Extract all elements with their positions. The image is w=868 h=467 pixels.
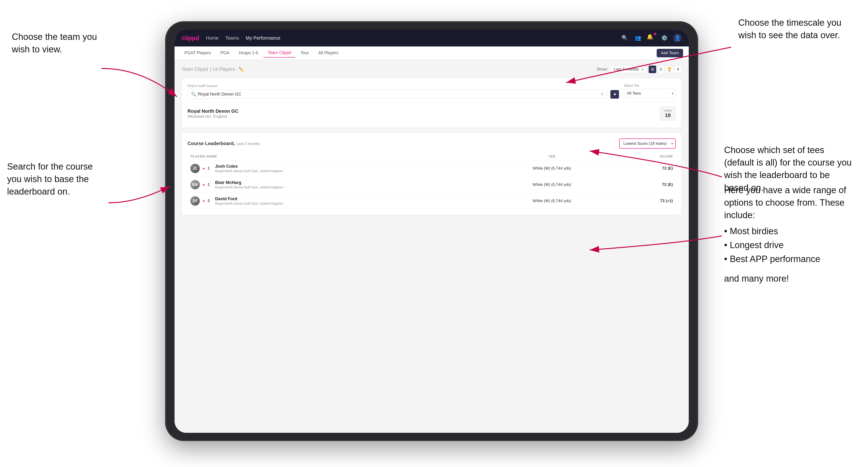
nav-bar: clippd Home Teams My Performance 🔍 👥 🔔 ⚙… [175,30,689,46]
nav-teams[interactable]: Teams [225,35,239,41]
player-rank-2: 1 [208,182,212,187]
favorite-heart-1[interactable]: ♥ [203,166,205,170]
sub-nav-hcaps[interactable]: Hcaps 1-5 [235,49,262,57]
list-view-button[interactable]: ☰ [657,66,665,73]
annotation-top-left: Choose the team you wish to view. [12,31,101,56]
player-info-3: David Ford Royal North Devon Golf Club, … [215,196,283,206]
course-result-info: Royal North Devon GC Westward Ho!, Engla… [187,108,239,119]
tee-select-label: Select Tee [624,84,676,88]
favorite-heart-3[interactable]: ♥ [203,199,205,203]
search-icon: 🔍 [191,92,196,97]
leaderboard-card: Course Leaderboard, Last 3 months Lowest… [182,132,682,215]
score-col-header: SCORE [619,152,676,160]
annotation-bottom-right: Here you have a wide range of options to… [724,184,856,285]
course-search-input-wrap: 🔍 ✕ [187,90,607,99]
player-club-3: Royal North Devon Golf Club, United King… [215,201,283,206]
search-icon-button[interactable]: 🔍 [620,34,629,42]
team-title: Team Clippd | 14 Players [182,66,235,72]
tablet-device: clippd Home Teams My Performance 🔍 👥 🔔 ⚙… [165,21,698,441]
player-info-2: Blair McHarg Royal North Devon Golf Club… [215,180,283,189]
course-name: Royal North Devon GC [187,108,239,114]
favorite-button[interactable]: ★ [610,90,619,99]
table-row: JC ♥ 1 Josh Coles Royal North Devon Golf… [187,160,676,177]
annotation-and-more: and many more! [724,272,856,285]
user-avatar-button[interactable]: 👤 [673,34,682,42]
clear-search-button[interactable]: ✕ [600,92,604,97]
holes-label: Holes [664,109,672,112]
player-cell-1: JC ♥ 1 Josh Coles Royal North Devon Golf… [187,160,485,177]
view-icons: ⊞ ☰ 🏆 ⬇ [649,66,682,73]
nav-links: Home Teams My Performance [206,35,613,41]
annotation-top-right: Choose the timescale you wish to see the… [738,17,856,41]
player-cell-3: DF ♥ 3 David Ford Royal North Devon Golf… [187,193,485,209]
player-name-3: David Ford [215,196,283,201]
player-name-2: Blair McHarg [215,180,283,185]
player-avatar-2: BM [190,180,200,189]
player-name-col-header: PLAYER NAME [187,152,485,160]
player-score-2: 72 (E) [619,177,676,193]
sub-nav-pga[interactable]: PGA [216,49,234,57]
table-row: DF ♥ 3 David Ford Royal North Devon Golf… [187,193,676,209]
annotation-list: Most birdies Longest drive Best APP perf… [724,225,856,266]
tee-select[interactable]: All Tees White (M) Yellow (M) Red (L) [624,89,676,98]
annotation-item-3: Best APP performance [724,253,856,266]
holes-badge: Holes 18 [660,106,676,121]
bell-icon-button[interactable]: 🔔 [647,34,655,42]
player-tee-1: White (M) (6,744 yds) [485,160,619,177]
score-type-select[interactable]: Lowest Score (18 holes) Most Birdies Lon… [619,138,676,149]
player-avatar-1: JC [190,164,200,173]
notification-dot [654,33,656,35]
annotation-item-1: Most birdies [724,225,856,238]
leaderboard-title-wrap: Course Leaderboard, Last 3 months [187,141,260,146]
leaderboard-header: Course Leaderboard, Last 3 months Lowest… [187,138,676,149]
settings-icon-button[interactable]: ⚙️ [660,34,669,42]
course-finder-card: Find a Golf Course 🔍 ✕ ★ Select Tee [182,78,682,128]
people-icon-button[interactable]: 👥 [633,34,642,42]
nav-my-performance[interactable]: My Performance [246,35,280,41]
annotation-middle-left: Search for the course you wish to base t… [7,160,106,198]
player-club-1: Royal North Devon Golf Club, United King… [215,169,283,173]
grid-view-button[interactable]: ⊞ [649,66,656,73]
annotation-item-2: Longest drive [724,239,856,251]
score-type-select-wrap: Lowest Score (18 holes) Most Birdies Lon… [619,138,676,149]
table-row: BM ♥ 1 Blair McHarg Royal North Devon Go… [187,177,676,193]
download-button[interactable]: ⬇ [674,66,682,73]
course-location: Westward Ho!, England [187,115,239,119]
time-period-select[interactable]: Last 3 months [611,65,646,73]
sub-nav-tour[interactable]: Tour [296,49,313,57]
nav-icons: 🔍 👥 🔔 ⚙️ 👤 [620,34,682,42]
player-name-1: Josh Coles [215,164,283,169]
main-content: Team Clippd | 14 Players ✏️ Show: Last 3… [175,60,689,433]
player-tee-3: White (M) (6,744 yds) [485,193,619,209]
player-info-1: Josh Coles Royal North Devon Golf Club, … [215,164,283,173]
sub-nav-all-players[interactable]: All Players [314,49,343,57]
player-score-3: 73 (+1) [619,193,676,209]
course-search-row: 🔍 ✕ ★ [187,90,619,99]
show-controls: Show: Last 3 months ⊞ ☰ 🏆 ⬇ [597,65,682,73]
trophy-view-button[interactable]: 🏆 [665,66,673,73]
nav-home[interactable]: Home [206,35,219,41]
player-tee-2: White (M) (6,744 yds) [485,177,619,193]
tee-col-header: TEE [485,152,619,160]
sub-nav-pgat[interactable]: PGAT Players [180,49,215,57]
tee-select-wrap: Select Tee All Tees White (M) Yellow (M)… [624,84,676,98]
find-course-label: Find a Golf Course [187,84,619,88]
sub-nav-team-clippd[interactable]: Team Clippd [263,49,295,58]
player-rank-3: 3 [208,198,212,203]
add-team-button[interactable]: Add Team [657,49,683,57]
tablet-screen: clippd Home Teams My Performance 🔍 👥 🔔 ⚙… [175,30,689,433]
player-avatar-3: DF [190,196,200,206]
favorite-heart-2[interactable]: ♥ [203,183,205,187]
show-label: Show: [597,67,608,72]
player-club-2: Royal North Devon Golf Club, United King… [215,185,283,189]
player-rank-1: 1 [208,166,212,171]
course-result: Royal North Devon GC Westward Ho!, Engla… [187,102,676,122]
sub-nav: PGAT Players PGA Hcaps 1-5 Team Clippd T… [175,46,689,60]
course-search-input[interactable] [198,92,599,97]
holes-number: 18 [664,112,672,118]
leaderboard-title: Course Leaderboard, Last 3 months [187,141,260,146]
time-period-select-wrapper: Last 3 months [611,65,646,73]
app-logo: clippd [182,34,199,42]
player-score-1: 72 (E) [619,160,676,177]
edit-team-icon[interactable]: ✏️ [239,67,244,72]
